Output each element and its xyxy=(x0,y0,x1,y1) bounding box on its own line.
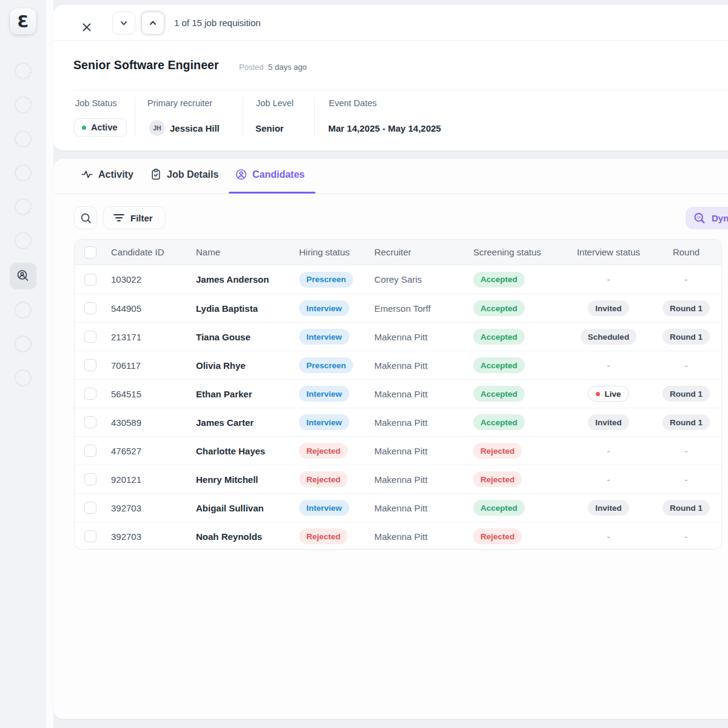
table-row[interactable]: 430589 James Carter Interview Makenna Pi… xyxy=(75,408,721,436)
recruiter-cell: Emerson Torff xyxy=(374,294,470,322)
primary-recruiter-value: JH Jessica Hill xyxy=(149,119,220,137)
hiring-status-cell: Prescreen xyxy=(295,351,367,379)
page-title: Senior Software Engineer xyxy=(73,58,219,72)
column-header-round: Round xyxy=(654,240,718,265)
row-checkbox[interactable] xyxy=(84,331,96,343)
close-icon xyxy=(81,22,92,33)
hiring-status-badge: Prescreen xyxy=(299,272,353,288)
column-header-hiring-status: Hiring status xyxy=(295,240,367,265)
tab-candidates-label: Candidates xyxy=(252,169,305,180)
posted-info: Posted 5 days ago xyxy=(239,62,307,72)
previous-requisition-button[interactable] xyxy=(112,12,135,35)
table-row[interactable]: 544905 Lydia Baptista Interview Emerson … xyxy=(75,294,721,322)
hiring-status-badge: Rejected xyxy=(299,443,348,459)
table-row[interactable]: 103022 James Anderson Prescreen Corey Sa… xyxy=(75,265,721,294)
hiring-status-badge: Prescreen xyxy=(299,357,353,373)
table-row[interactable]: 920121 Henry Mitchell Rejected Makenna P… xyxy=(75,465,721,493)
row-checkbox[interactable] xyxy=(84,473,96,485)
hiring-status-badge: Interview xyxy=(299,300,349,316)
recruiter-avatar: JH xyxy=(149,120,165,136)
row-checkbox[interactable] xyxy=(84,502,96,514)
round-cell: - xyxy=(654,437,718,465)
activity-icon xyxy=(81,169,93,180)
filter-button[interactable]: Filter xyxy=(103,206,166,229)
interview-status-badge-empty: - xyxy=(607,531,610,542)
interview-status-badge: Invited xyxy=(588,300,629,316)
row-checkbox[interactable] xyxy=(84,416,96,428)
screening-status-badge: Accepted xyxy=(473,500,525,516)
round-badge-empty: - xyxy=(685,274,688,285)
round-cell: - xyxy=(654,265,718,294)
sidebar-item-candidates-active[interactable] xyxy=(10,263,36,289)
row-checkbox[interactable] xyxy=(84,302,96,314)
table-row[interactable]: 213171 Tiana Gouse Interview Makenna Pit… xyxy=(75,322,721,351)
tab-job-details[interactable]: Job Details xyxy=(150,169,218,180)
table-row[interactable]: 392703 Abigail Sullivan Interview Makenn… xyxy=(75,493,721,522)
round-cell: Round 1 xyxy=(654,323,718,351)
row-checkbox[interactable] xyxy=(84,445,96,457)
requisition-counter: 1 of 15 job requisition xyxy=(174,12,261,35)
candidate-id-cell: 544905 xyxy=(111,294,190,322)
candidate-name-cell: Henry Mitchell xyxy=(196,465,293,493)
divider xyxy=(53,40,728,41)
interview-status-badge-empty: - xyxy=(607,446,610,456)
event-dates-value: Mar 14,2025 - May 14,2025 xyxy=(328,119,441,137)
row-checkbox[interactable] xyxy=(84,359,96,371)
filter-button-label: Filter xyxy=(130,213,153,223)
select-all-checkbox[interactable] xyxy=(84,246,96,258)
live-dot-icon xyxy=(596,392,600,396)
app-logo[interactable]: Ɛ xyxy=(10,8,36,34)
hiring-status-badge: Rejected xyxy=(299,528,348,544)
screening-status-badge: Rejected xyxy=(473,471,522,487)
divider xyxy=(53,194,728,194)
search-button[interactable] xyxy=(74,206,97,229)
hiring-status-cell: Interview xyxy=(295,323,367,351)
sidebar-nav-placeholder xyxy=(15,130,32,147)
row-checkbox[interactable] xyxy=(84,530,96,542)
hiring-status-badge: Interview xyxy=(299,414,349,430)
job-level-value: Senior xyxy=(255,119,284,137)
table-row[interactable]: 564515 Ethan Parker Interview Makenna Pi… xyxy=(75,379,721,408)
candidate-name-cell: Noah Reynolds xyxy=(196,522,293,550)
row-checkbox[interactable] xyxy=(84,274,96,286)
candidate-name-cell: James Anderson xyxy=(196,265,293,294)
job-status-value: Active xyxy=(91,123,118,132)
table-row[interactable]: 476527 Charlotte Hayes Rejected Makenna … xyxy=(75,436,721,465)
dynamic-search-button[interactable]: Dyn xyxy=(686,207,728,229)
round-badge-empty: - xyxy=(685,360,688,371)
hiring-status-cell: Rejected xyxy=(295,437,367,465)
interview-status-badge: Invited xyxy=(588,414,629,430)
round-badge: Round 1 xyxy=(662,386,710,402)
candidate-name-cell: Charlotte Hayes xyxy=(196,437,293,465)
round-badge-empty: - xyxy=(685,474,688,485)
round-cell: Round 1 xyxy=(654,294,718,322)
divider xyxy=(135,97,135,137)
sidebar-nav-placeholder xyxy=(15,96,32,113)
table-row[interactable]: 706117 Olivia Rhye Prescreen Makenna Pit… xyxy=(75,351,721,379)
tab-candidates[interactable]: Candidates xyxy=(235,169,305,180)
screening-status-badge: Accepted xyxy=(473,300,525,316)
clipboard-icon xyxy=(150,169,161,180)
sidebar-gutter xyxy=(46,0,53,728)
close-button[interactable] xyxy=(79,19,95,35)
hiring-status-cell: Interview xyxy=(295,494,367,522)
hiring-status-badge: Interview xyxy=(299,386,349,402)
sidebar-nav-placeholder xyxy=(15,198,32,215)
candidates-table: Candidate ID Name Hiring status Recruite… xyxy=(74,239,722,550)
active-status-dot-icon xyxy=(82,126,86,130)
round-badge: Round 1 xyxy=(662,300,710,316)
table-row[interactable]: 392703 Noah Reynolds Rejected Makenna Pi… xyxy=(75,522,721,550)
sidebar-nav-placeholder xyxy=(15,62,32,79)
logo-glyph: Ɛ xyxy=(18,13,29,30)
recruiter-cell: Makenna Pitt xyxy=(374,408,470,436)
recruiter-cell: Makenna Pitt xyxy=(374,323,470,351)
tab-activity[interactable]: Activity xyxy=(81,169,133,180)
hiring-status-badge: Interview xyxy=(299,329,349,345)
next-requisition-button[interactable] xyxy=(141,12,164,35)
screening-status-badge: Accepted xyxy=(473,357,525,373)
hiring-status-cell: Interview xyxy=(295,408,367,436)
divider xyxy=(314,97,315,137)
recruiter-name: Jessica Hill xyxy=(170,123,220,133)
divider xyxy=(73,90,728,90)
row-checkbox[interactable] xyxy=(84,388,96,400)
